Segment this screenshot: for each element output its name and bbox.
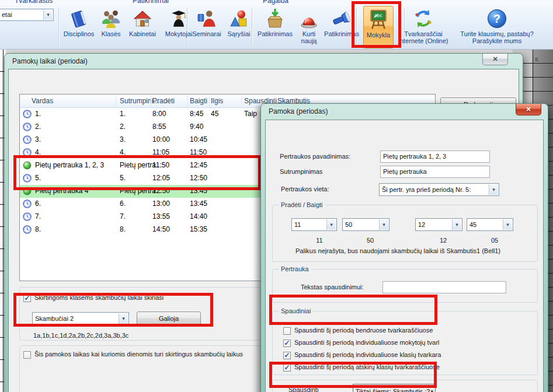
check-icon: ✓ [24,294,30,302]
cell-name: 6. [35,200,41,208]
toolbar-button-tvarkaraščiai-internete-[interactable]: Tvarkaraščiai internete (Online) [395,7,452,48]
chevron-down-icon: ▾ [503,219,512,230]
check-icon: ✓ [284,339,290,347]
toolbar-button-klasės[interactable]: Klasės [98,7,124,48]
break-name-label: Pertraukos pavadinimas: [280,153,350,160]
box-arrow-icon [256,7,294,30]
close-button[interactable]: ✕ [516,104,541,116]
break-name-input[interactable]: Pietų pertrauka 1, 2, 3 [380,150,490,163]
check-icon: ✓ [284,363,290,372]
toolbar-button-label: Seminarai [190,30,223,37]
break-place-combobox[interactable]: Ši pertr. yra prieš periodą Nr. 5: ▾ [379,183,499,196]
clock-icon [23,148,32,157]
menu-item[interactable]: Pagalba [263,0,288,5]
check-icon: ✓ [284,351,290,359]
column-header-5[interactable]: Ilgis [211,97,223,105]
toolbar-button-label: Mokykla [364,32,393,38]
time-combobox-2[interactable]: 50▾ [342,218,389,231]
column-separator[interactable] [209,96,210,107]
toolbar-button-label: Kabinetai [126,30,159,37]
cell-len: 45 [211,110,218,118]
time-group-title: Pradėti / Baigti [279,201,325,208]
toolbar-button-mokykla[interactable]: abcMokykla [363,6,394,48]
bells-combobox[interactable]: Skambučiai 2 ▾ [32,312,129,325]
cell-name: 4. [35,148,41,156]
cell-print: Taip [244,110,257,118]
print-text-input[interactable] [382,281,506,293]
chevron-down-icon: ▾ [430,388,433,392]
time-note: Palikus neįrašyta, bus naudojami skambuč… [295,247,500,254]
print-checkbox-label-4: Spausdinti šį periodą atskirų klasių tva… [294,363,440,370]
column-separator[interactable] [116,96,116,107]
column-separator[interactable] [151,96,151,107]
print-group-title: Spaudiniai [279,307,313,314]
column-separator[interactable] [241,96,242,107]
toolbar-button-sąryšiai[interactable]: Sąryšiai [224,7,253,48]
column-separator[interactable] [187,96,188,107]
cell-end: 11:50 [190,148,207,156]
column-header-3[interactable]: Pradėti [152,97,175,105]
cell-name: 2. [35,123,41,131]
clock-icon [23,212,32,221]
chevron-down-icon: ▾ [489,184,498,195]
menu-item[interactable]: Tvarkaraštis [15,0,53,5]
break-icon [23,187,32,195]
seminar-icon [190,7,223,30]
time-combobox-4[interactable]: 45▾ [467,218,513,231]
menubar: Tvarkaraštis Patikrinimai Pagalba [0,0,553,6]
time-groupbox: Pradėti / Baigti 11▾1150▾5012▾1245▾05 Pa… [272,205,538,262]
time-combobox-value: 45 [469,221,477,228]
cell-end: 8:45 [190,110,203,118]
toolbar-button-disciplinos[interactable]: Disciplinos [61,7,96,48]
cell-start: 14:50 [152,225,170,233]
print-checkbox-3[interactable]: ✓ [283,352,291,359]
toolbar-button-patikrinimas[interactable]: Patikrinimas [324,7,360,48]
bells-print-combobox[interactable]: Tiktai šiems: Skambutis :2 ▾ [353,384,436,392]
time-combobox-3[interactable]: 12▾ [415,218,462,231]
close-icon: ✕ [526,106,531,113]
print-checkbox-label-1: Spausdinti šį periodą bendruose tvarkara… [294,327,433,334]
toolbar-button-kabinetai[interactable]: Kabinetai [126,7,159,48]
column-header-4[interactable]: Baigti [190,97,207,105]
abbr-input[interactable]: Pietų pertrauka [380,166,490,178]
print-checkbox-4[interactable]: ✓ [283,364,291,372]
cell-abbr: 5. [120,174,126,182]
print-groupbox: Spaudiniai Spausdinti šį periodą bendruo… [272,311,538,375]
cell-end: 15:35 [190,225,207,233]
toolbar-button-turite-klausimų-pastabų-[interactable]: ?Turite klausimų, pastabų? Parašykite mu… [454,7,540,48]
view-filter-value: etai [2,11,12,18]
cell-abbr: 7. [120,212,126,220]
time-combobox-1[interactable]: 11▾ [291,218,337,231]
column-header-1[interactable]: Vardas [32,97,53,105]
print-checkbox-2[interactable]: ✓ [283,340,291,347]
cell-name: Pietų pertrauka 4 [35,187,88,195]
diff-days-checkbox[interactable] [23,351,31,359]
cell-end: 9:40 [190,123,203,131]
chevron-down-icon: ▾ [43,10,53,20]
students-icon [98,7,124,30]
toolbar-button-patikrinimas[interactable]: Patikrinimas [256,7,294,48]
chevron-down-icon: ▾ [119,313,128,324]
cell-abbr: 8. [120,225,126,233]
cell-start: 8:55 [152,123,166,131]
cell-name: 8. [35,225,41,233]
book-icon [61,7,96,30]
clock-icon [23,135,32,144]
view-filter-combobox[interactable]: etai ▾ [0,9,54,21]
cell-name: 7. [35,212,41,220]
chevron-down-icon: ▾ [452,219,461,230]
print-checkbox-1[interactable] [283,327,291,335]
diff-bells-checkbox[interactable]: ✓ [23,295,31,302]
toolbar-button-seminarai[interactable]: Seminarai [190,7,223,48]
time-hint-2: 50 [359,237,382,244]
close-button[interactable]: ✕ [482,54,508,65]
apply-button[interactable]: Galioja [137,312,201,326]
time-hint-3: 12 [432,237,455,244]
bells-print-groupbox: Spausdinti skambučiuose: Tiktai šiems: S… [272,380,538,392]
print-text-label: Tekstas spausdinimui: [301,284,364,290]
toolbar-button-kurti-naują[interactable]: Kurti naują [295,7,322,48]
toolbar-button-label: Kurti naują [295,30,322,44]
menu-item[interactable]: Patikrinimai [133,0,169,5]
flashlight-icon [324,7,360,30]
cell-abbr: 3. [120,135,126,144]
